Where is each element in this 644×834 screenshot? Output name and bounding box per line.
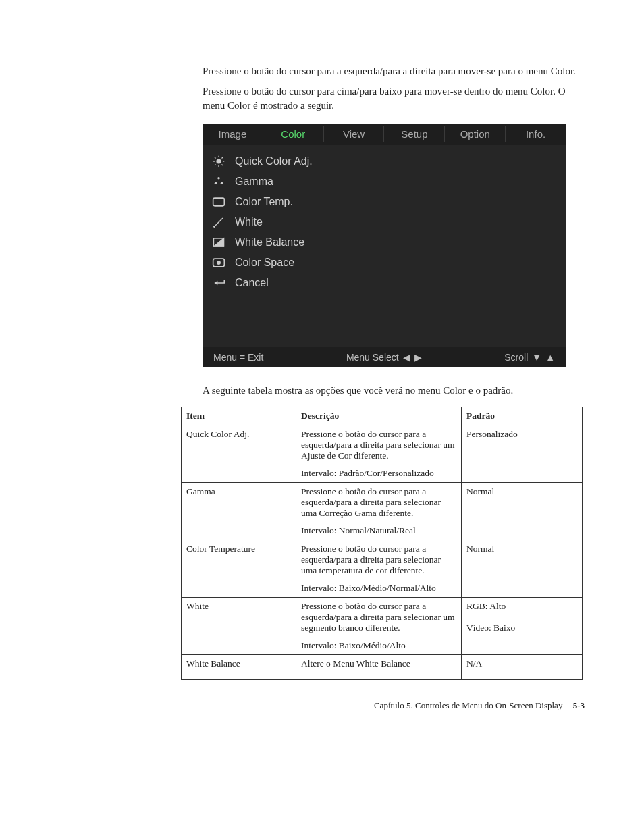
cell-desc: Pressione o botão do cursor para a esque… [296, 425, 462, 483]
ring-icon [211, 256, 227, 269]
osd-item-white[interactable]: White [211, 212, 558, 232]
osd-tab-image[interactable]: Image [203, 126, 263, 142]
cell-item: White [182, 598, 296, 655]
svg-rect-12 [213, 198, 225, 206]
cell-desc: Pressione o botão do cursor para a esque… [296, 483, 462, 540]
svg-line-6 [222, 164, 223, 165]
cell-desc: Altere o Menu White Balance [296, 655, 462, 680]
osd-footer-select: Menu Select [346, 352, 399, 363]
cell-default: Normal [462, 483, 583, 540]
osd-tab-setup[interactable]: Setup [384, 126, 445, 142]
table-row: Color TemperaturePressione o botão do cu… [182, 540, 583, 598]
osd-footer-exit: Menu = Exit [213, 352, 263, 363]
osd-tab-view[interactable]: View [324, 126, 385, 142]
triangle-down-icon: ▼ [532, 352, 541, 363]
brush-icon [211, 215, 227, 229]
cell-desc: Pressione o botão do cursor para a esque… [296, 598, 462, 655]
th-item: Item [182, 407, 296, 425]
svg-line-5 [215, 157, 216, 159]
cell-desc: Pressione o botão do cursor para a esque… [296, 540, 462, 598]
osd-item-quick-color[interactable]: Quick Color Adj. [211, 151, 558, 172]
frame-icon [211, 195, 227, 209]
svg-point-10 [215, 182, 217, 184]
cell-item: Quick Color Adj. [182, 425, 296, 483]
osd-tab-option[interactable]: Option [445, 126, 506, 142]
osd-item-color-temp[interactable]: Color Temp. [211, 192, 558, 212]
page-footer: Capítulo 5. Controles de Menu do On-Scre… [203, 700, 585, 711]
osd-item-label: White [235, 216, 263, 228]
cell-default: N/A [462, 655, 583, 680]
page-number: 5-3 [573, 700, 585, 710]
table-row: WhitePressione o botão do cursor para a … [182, 598, 583, 655]
return-icon [211, 276, 227, 290]
cell-item: Gamma [182, 483, 296, 540]
options-table: Item Descrição Padrão Quick Color Adj.Pr… [181, 407, 583, 680]
intro-para-2: Pressione o botão do cursor para cima/pa… [203, 84, 585, 112]
osd-item-label: Gamma [235, 176, 273, 188]
svg-point-9 [217, 177, 219, 179]
table-row: White BalanceAltere o Menu White Balance… [182, 655, 583, 680]
cell-default: Personalizado [462, 425, 583, 483]
osd-tab-color[interactable]: Color [263, 126, 324, 142]
svg-point-15 [217, 261, 221, 265]
osd-item-gamma[interactable]: Gamma [211, 172, 558, 192]
chapter-title: Capítulo 5. Controles de Menu do On-Scre… [374, 700, 562, 710]
osd-item-cancel[interactable]: Cancel [211, 273, 558, 293]
osd-tab-info[interactable]: Info. [506, 126, 566, 142]
triangle-left-icon: ◀ [403, 352, 410, 363]
svg-point-11 [221, 182, 223, 184]
intro-para-1: Pressione o botão do cursor para a esque… [203, 64, 585, 78]
table-row: Quick Color Adj.Pressione o botão do cur… [182, 425, 583, 483]
osd-item-label: Quick Color Adj. [235, 155, 313, 167]
osd-item-white-balance[interactable]: White Balance [211, 232, 558, 253]
osd-footer-scroll: Scroll [504, 352, 528, 363]
osd-item-label: White Balance [235, 236, 304, 249]
svg-line-7 [215, 164, 216, 165]
osd-item-label: Color Space [235, 257, 294, 269]
osd-item-color-space[interactable]: Color Space [211, 253, 558, 273]
svg-point-0 [217, 159, 221, 163]
svg-line-8 [222, 157, 223, 159]
osd-item-label: Cancel [235, 277, 269, 289]
cell-item: Color Temperature [182, 540, 296, 598]
table-intro: A seguinte tabela mostra as opções que v… [203, 384, 585, 397]
triangle-right-icon: ▶ [414, 352, 422, 363]
table-row: GammaPressione o botão do cursor para a … [182, 483, 583, 540]
cell-item: White Balance [182, 655, 296, 680]
triangle-up-icon: ▲ [545, 352, 555, 363]
th-desc: Descrição [296, 407, 462, 425]
dots-icon [211, 175, 227, 188]
cell-default: RGB: Alto Vídeo: Baixo [462, 598, 583, 655]
th-default: Padrão [462, 407, 583, 425]
sun-icon [211, 155, 227, 168]
cell-default: Normal [462, 540, 583, 598]
osd-item-label: Color Temp. [235, 196, 293, 208]
osd-menu: Image Color View Setup Option Info. Quic [203, 124, 566, 367]
contrast-icon [211, 236, 227, 249]
